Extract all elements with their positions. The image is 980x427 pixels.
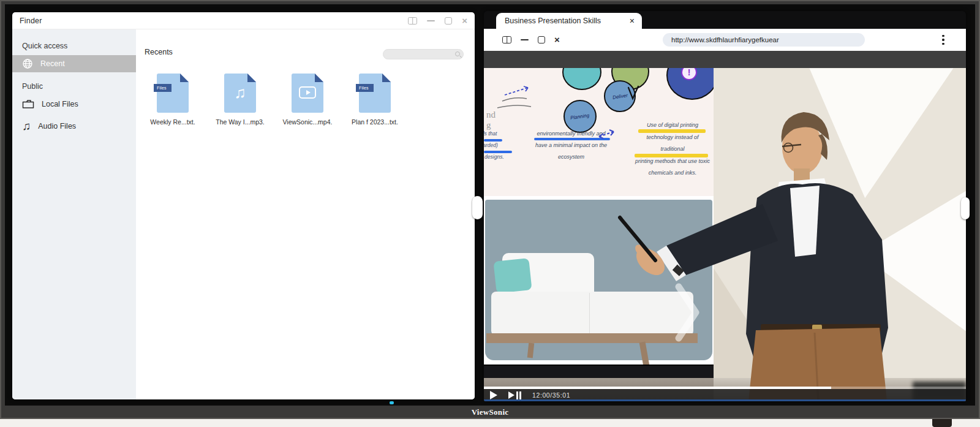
- file-name: Plan f 2023...txt.: [352, 118, 398, 126]
- presenter-graphic: [484, 51, 966, 401]
- files-badge: Files: [356, 84, 374, 92]
- maximize-icon[interactable]: [445, 17, 452, 25]
- sidebar-item-label: Recent: [40, 59, 65, 68]
- finder-window-controls: ×: [408, 17, 467, 25]
- globe-icon: [22, 58, 33, 69]
- browser-tab[interactable]: Business Presentation Skills ×: [496, 13, 642, 29]
- video-frame[interactable]: Deliver Planning ! nd g als that carded): [484, 51, 966, 401]
- finder-window-title: Finder: [20, 17, 42, 25]
- video-time-display: 12:00/35:01: [532, 391, 570, 399]
- browser-toolbar: × http://www.skdfhlaurhfiarygefkuear: [484, 29, 966, 51]
- search-input[interactable]: [383, 49, 464, 59]
- sidebar-item-label: Local Files: [42, 100, 78, 108]
- finder-titlebar: Finder ×: [12, 12, 475, 29]
- kebab-menu-icon[interactable]: [939, 34, 948, 46]
- files-badge: Files: [154, 84, 172, 92]
- tab-title: Business Presentation Skills: [505, 17, 628, 25]
- folder-icon: [22, 99, 34, 109]
- music-note-icon: ♫: [224, 83, 256, 102]
- table-surface: [0, 419, 980, 427]
- browser-tab-bar: Business Presentation Skills ×: [484, 11, 966, 29]
- search-icon: [455, 51, 460, 56]
- file-name: Weekly Re...txt.: [150, 118, 195, 126]
- viewsonic-logo: ViewSonic: [472, 407, 509, 417]
- touch-indicator: [390, 401, 394, 404]
- browser-window-controls: ×: [484, 36, 560, 43]
- split-screen-icon[interactable]: [502, 36, 511, 43]
- text-file-icon: Files: [157, 74, 189, 113]
- music-note-icon: ♫: [22, 121, 31, 132]
- maximize-icon[interactable]: [538, 36, 545, 43]
- recents-header: Recents: [145, 48, 173, 56]
- page-fold-icon: [180, 74, 189, 82]
- play-pause-icon[interactable]: [508, 391, 521, 399]
- finder-body: Quick access Recent Public: [12, 29, 475, 399]
- sidebar-item-recent[interactable]: Recent: [12, 55, 136, 72]
- sidebar-section-quick-access: Quick access: [12, 37, 136, 55]
- page-fold-icon: [247, 74, 256, 82]
- bottom-bezel: ViewSonic: [0, 406, 980, 419]
- edge-drag-handle[interactable]: [961, 197, 970, 219]
- sidebar-item-audio-files[interactable]: ♫ Audio Files: [12, 118, 136, 135]
- finder-sidebar: Quick access Recent Public: [12, 29, 136, 399]
- finder-main-area: Recents Files Weekly Re...txt.: [136, 29, 475, 399]
- sidebar-section-public: Public: [12, 77, 136, 96]
- play-icon: [299, 86, 316, 99]
- split-screen-icon[interactable]: [408, 17, 417, 25]
- close-icon[interactable]: ×: [554, 36, 560, 43]
- sidebar-item-local-files[interactable]: Local Files: [12, 96, 136, 113]
- tab-close-icon[interactable]: ×: [628, 16, 636, 26]
- page-fold-icon: [315, 74, 323, 82]
- video-file-icon: [292, 74, 323, 113]
- file-name: ViewSonic...mp4.: [283, 118, 333, 126]
- file-item-video[interactable]: ViewSonic...mp4.: [281, 74, 334, 126]
- stand-stub: [932, 419, 952, 427]
- sidebar-item-label: Audio Files: [38, 122, 76, 130]
- browser-window: Business Presentation Skills × × http://…: [484, 11, 966, 401]
- files-grid: Files Weekly Re...txt. ♫ The Way I...mp3…: [146, 74, 402, 126]
- minimize-icon[interactable]: [521, 39, 529, 40]
- url-bar[interactable]: http://www.skdfhlaurhfiarygefkuear: [663, 33, 865, 47]
- window-bottom-accent: [484, 399, 966, 401]
- minimize-icon[interactable]: [427, 20, 435, 21]
- file-item-audio[interactable]: ♫ The Way I...mp3.: [213, 74, 267, 126]
- close-icon[interactable]: ×: [462, 17, 467, 25]
- text-file-icon: Files: [359, 74, 391, 113]
- file-item-weekly-report[interactable]: Files Weekly Re...txt.: [146, 74, 200, 126]
- page-fold-icon: [382, 74, 391, 82]
- file-name: The Way I...mp3.: [216, 118, 265, 126]
- finder-window: Finder × Quick access: [12, 12, 475, 399]
- file-item-plan[interactable]: Files Plan f 2023...txt.: [348, 74, 402, 126]
- url-text: http://www.skdfhlaurhfiarygefkuear: [671, 36, 779, 43]
- split-drag-handle[interactable]: [472, 196, 483, 219]
- audio-file-icon: ♫: [224, 74, 256, 113]
- presenter-man: [620, 112, 888, 401]
- play-icon[interactable]: [490, 391, 497, 399]
- screen: Finder × Quick access: [5, 4, 975, 406]
- viewsonic-display-device: Finder × Quick access: [0, 0, 980, 427]
